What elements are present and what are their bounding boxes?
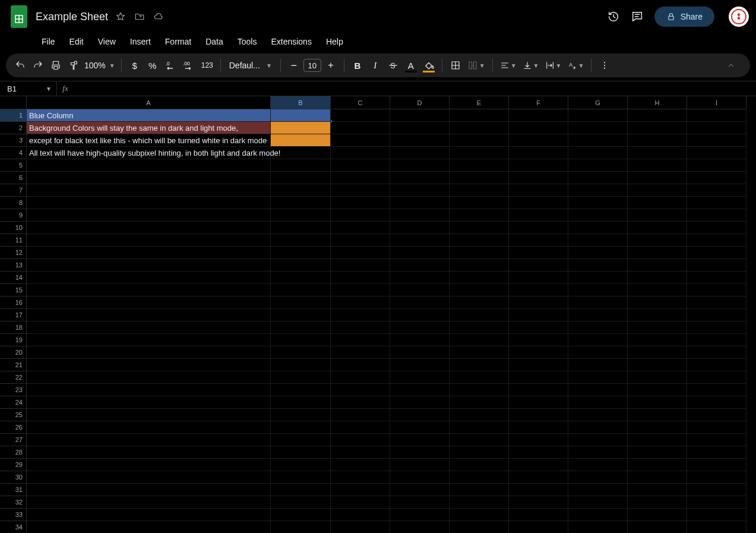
cell-G13[interactable]: [568, 259, 628, 272]
cell-E8[interactable]: [450, 197, 509, 209]
cell-H26[interactable]: [628, 421, 687, 434]
cell-A32[interactable]: [27, 496, 271, 509]
cell-C5[interactable]: [331, 159, 390, 172]
cell-C6[interactable]: [331, 172, 390, 184]
cell-D2[interactable]: [390, 122, 450, 134]
cell-G10[interactable]: [568, 222, 628, 234]
cloud-status-icon[interactable]: [153, 11, 164, 22]
cell-C19[interactable]: [331, 334, 390, 346]
cell-E6[interactable]: [450, 172, 509, 184]
cell-A31[interactable]: [27, 484, 271, 496]
cell-D27[interactable]: [390, 434, 450, 446]
row-header-33[interactable]: 33: [0, 509, 27, 521]
decrease-font-size-button[interactable]: −: [286, 57, 302, 74]
cell-B12[interactable]: [271, 247, 331, 259]
row-header-29[interactable]: 29: [0, 459, 27, 471]
cell-I28[interactable]: [687, 446, 746, 459]
cell-H14[interactable]: [628, 272, 687, 284]
cell-F26[interactable]: [509, 421, 568, 434]
cell-B29[interactable]: [271, 459, 331, 471]
horizontal-align-button[interactable]: ▼: [498, 57, 519, 74]
currency-button[interactable]: $: [126, 57, 143, 74]
cell-G33[interactable]: [568, 509, 628, 521]
cell-E23[interactable]: [450, 384, 509, 396]
cell-I1[interactable]: [687, 109, 746, 122]
cell-H6[interactable]: [628, 172, 687, 184]
cell-A22[interactable]: [27, 371, 271, 384]
cell-E25[interactable]: [450, 409, 509, 421]
cell-C30[interactable]: [331, 471, 390, 484]
cell-H2[interactable]: [628, 122, 687, 134]
cell-B19[interactable]: [271, 334, 331, 346]
cell-C27[interactable]: [331, 434, 390, 446]
strikethrough-button[interactable]: S: [385, 57, 401, 74]
row-header-14[interactable]: 14: [0, 272, 27, 284]
cell-I15[interactable]: [687, 284, 746, 297]
cell-B10[interactable]: [271, 222, 331, 234]
cell-E33[interactable]: [450, 509, 509, 521]
row-header-22[interactable]: 22: [0, 371, 27, 384]
cell-I14[interactable]: [687, 272, 746, 284]
cell-F5[interactable]: [509, 159, 568, 172]
menu-file[interactable]: File: [36, 34, 61, 49]
cell-I31[interactable]: [687, 484, 746, 496]
cell-D32[interactable]: [390, 496, 450, 509]
cell-H17[interactable]: [628, 309, 687, 321]
cell-D5[interactable]: [390, 159, 450, 172]
cell-A21[interactable]: [27, 359, 271, 371]
cell-E19[interactable]: [450, 334, 509, 346]
row-header-32[interactable]: 32: [0, 496, 27, 509]
cell-A26[interactable]: [27, 421, 271, 434]
increase-font-size-button[interactable]: +: [322, 57, 339, 74]
cell-A16[interactable]: [27, 297, 271, 309]
cell-I11[interactable]: [687, 234, 746, 247]
italic-button[interactable]: I: [367, 57, 384, 74]
cell-D11[interactable]: [390, 234, 450, 247]
cell-A29[interactable]: [27, 459, 271, 471]
cell-D26[interactable]: [390, 421, 450, 434]
cell-F11[interactable]: [509, 234, 568, 247]
cell-G31[interactable]: [568, 484, 628, 496]
cell-E13[interactable]: [450, 259, 509, 272]
cell-E17[interactable]: [450, 309, 509, 321]
cell-E3[interactable]: [450, 134, 509, 147]
cell-I18[interactable]: [687, 321, 746, 334]
cell-F6[interactable]: [509, 172, 568, 184]
cell-G21[interactable]: [568, 359, 628, 371]
cell-I13[interactable]: [687, 259, 746, 272]
cell-G11[interactable]: [568, 234, 628, 247]
cell-F25[interactable]: [509, 409, 568, 421]
cell-E20[interactable]: [450, 346, 509, 359]
cell-B25[interactable]: [271, 409, 331, 421]
cell-I16[interactable]: [687, 297, 746, 309]
cell-G27[interactable]: [568, 434, 628, 446]
cell-I29[interactable]: [687, 459, 746, 471]
cell-C8[interactable]: [331, 197, 390, 209]
cell-E12[interactable]: [450, 247, 509, 259]
cell-F15[interactable]: [509, 284, 568, 297]
star-icon[interactable]: [115, 11, 126, 22]
cell-F13[interactable]: [509, 259, 568, 272]
cell-H11[interactable]: [628, 234, 687, 247]
cell-G18[interactable]: [568, 321, 628, 334]
cell-E31[interactable]: [450, 484, 509, 496]
cell-B33[interactable]: [271, 509, 331, 521]
cell-E5[interactable]: [450, 159, 509, 172]
comment-icon[interactable]: [631, 10, 644, 23]
cell-F3[interactable]: [509, 134, 568, 147]
cell-D33[interactable]: [390, 509, 450, 521]
cell-D8[interactable]: [390, 197, 450, 209]
cell-E2[interactable]: [450, 122, 509, 134]
cell-A7[interactable]: [27, 184, 271, 197]
cell-I7[interactable]: [687, 184, 746, 197]
cell-F9[interactable]: [509, 209, 568, 222]
cell-A19[interactable]: [27, 334, 271, 346]
cell-B22[interactable]: [271, 371, 331, 384]
cell-F2[interactable]: [509, 122, 568, 134]
cell-E15[interactable]: [450, 284, 509, 297]
cell-G3[interactable]: [568, 134, 628, 147]
cell-D7[interactable]: [390, 184, 450, 197]
cell-C4[interactable]: [331, 147, 390, 159]
cell-I26[interactable]: [687, 421, 746, 434]
cell-H29[interactable]: [628, 459, 687, 471]
